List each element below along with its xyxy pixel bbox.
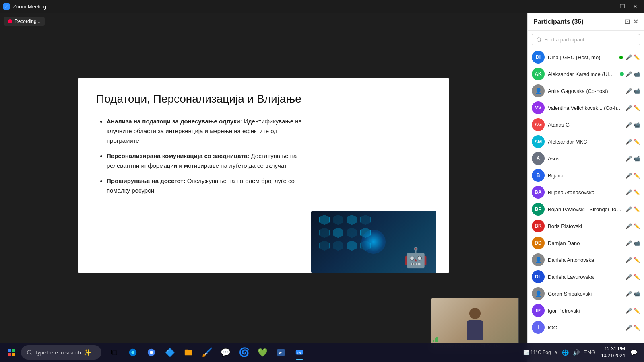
close-button[interactable]: ✕	[630, 1, 641, 12]
volume-icon[interactable]: 🔊	[572, 349, 581, 356]
participant-row[interactable]: 👤 Daniela Antonovska 🎤 ✏️	[528, 251, 644, 268]
taskbar-search[interactable]: Type here to search ✨	[21, 345, 101, 360]
hex-12	[360, 241, 371, 251]
participant-row[interactable]: VV Valentina Velichkovsk... (Co-host) 🎤 …	[528, 99, 644, 116]
start-button[interactable]	[2, 343, 20, 361]
participant-row[interactable]: BR Boris Ristovski 🎤 ✏️	[528, 218, 644, 234]
notification-icon[interactable]: 💬	[629, 349, 638, 356]
participant-search[interactable]: Find a participant	[532, 34, 640, 45]
close-panel-icon[interactable]: ✕	[633, 18, 638, 25]
zoom-app[interactable]: ZM	[291, 343, 308, 361]
cam-icon: ✏️	[634, 139, 640, 145]
participant-row[interactable]: B Biljana 🎤 ✏️	[528, 167, 644, 184]
participant-name: Asus	[548, 156, 622, 162]
svg-point-0	[537, 37, 541, 41]
mute-icon: 🎤	[625, 308, 632, 314]
participant-name: Biljana Atanasovska	[548, 189, 622, 195]
participant-row[interactable]: A Asus 🎤 📹	[528, 150, 644, 167]
network-icon[interactable]: 🌐	[561, 349, 570, 356]
lang-label[interactable]: ENG	[582, 349, 597, 356]
search-bar-placeholder: Type here to search	[35, 350, 81, 356]
person-head	[469, 308, 481, 319]
participant-row[interactable]: DD Damjan Dano 🎤 📹	[528, 234, 644, 251]
sig-bar-2	[435, 338, 436, 342]
cam-icon: 📹	[634, 122, 640, 128]
mic-icon: 🎤	[625, 71, 632, 77]
participant-row[interactable]: AG Atanas G 🎤 📹	[528, 116, 644, 133]
paint-app[interactable]: 🖌️	[198, 343, 216, 361]
edge-icon	[128, 348, 137, 357]
search-placeholder: Find a participant	[544, 37, 584, 43]
minimize-button[interactable]: —	[604, 1, 615, 12]
bullet-1-bold: Анализа на податоци за донесување одлуки…	[107, 118, 242, 125]
win-quad-3	[8, 353, 11, 356]
word-app[interactable]: W	[272, 343, 290, 361]
participant-row[interactable]: BA Biljana Atanasovska 🎤 ✏️	[528, 184, 644, 201]
avatar-photo: 👤	[532, 287, 545, 300]
skype-app[interactable]: 💬	[217, 343, 234, 361]
title-bar-controls[interactable]: — ❐ ✕	[604, 1, 641, 12]
participants-panel: Participants (36) ⊡ ✕ Find a participant…	[527, 13, 644, 362]
participant-row[interactable]: DI Dina | GRC (Host, me) ⏺ 🎤 ✏️	[528, 49, 644, 66]
cam-icon: 📹	[634, 156, 640, 162]
sig-bar-3	[436, 337, 438, 342]
panel-icons[interactable]: ⊡ ✕	[625, 18, 638, 25]
participant-name: Dina | GRC (Host, me)	[548, 54, 615, 60]
avatar: VV	[532, 101, 545, 114]
edge2-app[interactable]: 🔷	[161, 343, 179, 361]
participant-row[interactable]: AK Aleksandar Karadimce (UIS... 🎤 📹	[528, 66, 644, 82]
file-manager-app[interactable]	[180, 343, 197, 361]
participant-row[interactable]: 👤 Goran Shibakovski 🎤 📹	[528, 285, 644, 302]
recording-dot	[8, 19, 12, 23]
participant-name: Aleksandar MKC	[548, 139, 622, 145]
participant-row[interactable]: IP Igor Petrovski 🎤 ✏️	[528, 302, 644, 319]
browser3-app[interactable]: 🌀	[235, 343, 253, 361]
title-bar: Z Zoom Meeting — ❐ ✕	[0, 0, 644, 13]
mute-icon: 🎤	[625, 156, 632, 162]
participant-row[interactable]: BP Bojan Pavlovski - Stronger Tog... 🎤 ✏…	[528, 201, 644, 218]
time-display: 12:31 PM	[601, 346, 625, 352]
system-time[interactable]: 12:31 PM 10/21/2024	[599, 346, 627, 359]
hex-9	[319, 241, 330, 251]
search-icon	[27, 350, 32, 355]
cam-icon: 📹	[634, 240, 640, 246]
participant-row[interactable]: I IOOT 🎤 ✏️	[528, 319, 644, 336]
popout-icon[interactable]: ⊡	[625, 18, 630, 25]
cam-icon: 📹	[634, 291, 640, 297]
avatar: DI	[532, 51, 545, 64]
mute-icon: 🎤	[625, 88, 632, 94]
avatar-photo: 👤	[532, 84, 545, 97]
maximize-button[interactable]: ❐	[617, 1, 628, 12]
taskbar-apps: ⧉ 🔷 🖌️ 💬 🌀 💚 W	[105, 343, 308, 361]
cam-icon: 📹	[634, 71, 640, 77]
slide-bullets: Анализа на податоци за донесување одлуки…	[96, 117, 305, 195]
chrome-app[interactable]	[142, 343, 160, 361]
microsoft-edge-app[interactable]	[124, 343, 142, 361]
hex-11	[347, 241, 357, 251]
participant-row[interactable]: 👤 Anita Gagovska (Co-host) 🎤 📹	[528, 82, 644, 99]
sparkle-icon: ✨	[83, 349, 91, 356]
participant-icons: 🎤 📹	[625, 122, 640, 128]
weather-icon: 🌫️	[523, 350, 529, 355]
participant-icons: 🎤 ✏️	[625, 223, 640, 229]
participant-icons: 🎤 ✏️	[625, 257, 640, 263]
mute-icon: 🎤	[625, 206, 632, 212]
person-body	[467, 320, 483, 340]
participant-row[interactable]: AM Aleksandar MKC 🎤 ✏️	[528, 133, 644, 150]
mute-icon: 🎤	[625, 105, 632, 111]
slide-bullet-1: Анализа на податоци за донесување одлуки…	[107, 117, 305, 146]
recording-badge: Recording...	[4, 17, 45, 26]
participant-icons: 🎤 ✏️	[625, 173, 640, 179]
participant-row[interactable]: DL Daniela Lavurovska 🎤 ✏️	[528, 268, 644, 285]
avatar: AG	[532, 118, 545, 131]
whatsapp-app[interactable]: 💚	[254, 343, 271, 361]
participant-icons: 🎤 📹	[625, 240, 640, 246]
zoom-taskbar-icon: ZM	[295, 348, 304, 357]
chevron-up-icon[interactable]: ∧	[553, 349, 559, 356]
video-thumb-inner	[431, 298, 518, 349]
cam-icon: ✏️	[634, 105, 640, 111]
video-thumbnail: Aleksandar Karadimce (UIST Paul Ap...	[431, 298, 519, 350]
taskview-app[interactable]: ⧉	[105, 343, 123, 361]
cam-icon: ✏️	[634, 325, 640, 331]
avatar: AM	[532, 135, 545, 148]
